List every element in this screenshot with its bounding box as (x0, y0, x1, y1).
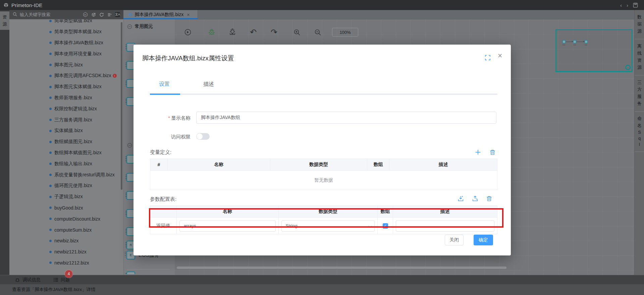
dialog-close-icon[interactable]: × (498, 52, 502, 60)
file-name: newbiz1212.bizx (54, 260, 89, 266)
file-item[interactable]: 循环图元使用.bizx (9, 180, 123, 191)
confirm-button[interactable]: 确定 (474, 235, 493, 245)
file-item[interactable]: newbiz1212.bizx (9, 257, 123, 269)
search-input[interactable]: 输入关键字搜索 (20, 12, 83, 18)
variables-table: #名称数据类型数组描述 暂无数据 (150, 159, 497, 190)
debug-info-tab[interactable]: 调试信息 (15, 277, 41, 283)
import-params-icon[interactable] (458, 195, 464, 202)
column-header: 数据类型 (279, 206, 378, 217)
file-item[interactable]: computeSum.bizx (9, 224, 123, 235)
run-icon[interactable] (174, 28, 201, 36)
rail-tab-resources[interactable]: 资源 (0, 11, 9, 30)
file-item[interactable]: 脚本图元.bizx (9, 59, 123, 70)
tab-close-icon[interactable]: × (187, 12, 190, 17)
file-name: 系统变量替换resturl调用.bizx (54, 172, 115, 178)
file-item[interactable]: newbiz.bizx (9, 235, 123, 246)
minimap-resize-handle[interactable] (625, 65, 631, 70)
new-component-icon[interactable] (91, 12, 96, 17)
fullscreen-expand-icon[interactable] (485, 55, 490, 62)
sort-list-icon[interactable] (107, 12, 112, 17)
display-name-input[interactable]: 脚本操作JAVA数组 (196, 112, 496, 124)
canvas-horizontal-scrollbar[interactable] (177, 267, 506, 269)
file-panel-scrollbar[interactable] (121, 22, 122, 190)
file-item[interactable]: 脚本图元调用AFCSDK.bizx! (9, 70, 123, 81)
right-rail-tab-1[interactable]: 数据源 (635, 10, 644, 39)
file-item[interactable]: 三方服务调用.bizx (9, 114, 123, 125)
minimap[interactable] (555, 29, 633, 72)
access-permission-label: 访问权限 (150, 134, 191, 140)
file-item[interactable]: 脚本图元实体赋值.bizx (9, 81, 123, 93)
right-rail-tab-4[interactable]: 命名Sql (635, 112, 644, 152)
file-item[interactable]: 实体赋值.bizx (9, 125, 123, 136)
param-description-input[interactable] (396, 220, 494, 232)
zoom-out-icon[interactable] (307, 29, 328, 36)
file-name: 简单类型赋值.bizx (54, 19, 92, 24)
collapse-minus-icon (127, 143, 132, 148)
translate-icon[interactable]: 文A (115, 12, 120, 17)
window-controls: ‹ › (620, 0, 638, 10)
chevron-down-icon (368, 224, 372, 227)
column-header: 名称 (177, 206, 279, 217)
file-name: 子逻辑流.bizx (54, 194, 83, 200)
problems-tab[interactable]: 问题 (53, 277, 70, 283)
file-item[interactable]: 教师新增服务.bizx (9, 93, 123, 104)
redo-icon[interactable]: ↷ (264, 29, 284, 36)
file-item[interactable]: 子逻辑流.bizx (9, 191, 123, 202)
file-item[interactable]: 数组输入输出.bizx (9, 158, 123, 169)
debug-info-label: 调试信息 (22, 277, 41, 283)
file-bullet-icon (49, 185, 52, 187)
history-back-icon[interactable]: ‹ (620, 3, 622, 8)
right-rail-tab-2[interactable]: 离线资源 (635, 39, 644, 75)
debug-deploy-icon[interactable] (222, 28, 243, 36)
file-item[interactable]: 简单类型脚本赋值.bizx (9, 26, 123, 38)
refresh-icon[interactable] (99, 12, 104, 17)
palette-chip-clipped[interactable] (126, 272, 135, 274)
file-item[interactable]: 数组赋值图元.bizx (9, 136, 123, 148)
zoom-in-icon[interactable] (286, 29, 307, 36)
resource-search-bar[interactable]: 输入关键字搜索 AI (9, 10, 123, 19)
access-permission-toggle[interactable] (196, 133, 210, 140)
primeton-ide-screen: Primeton-IDE ‹ › 资源 输入关键字搜索 AI (0, 0, 644, 295)
array-checkbox[interactable]: ✓ (383, 223, 388, 229)
ai-assistant-icon[interactable]: AI (83, 12, 88, 17)
tab-script-java-array[interactable]: ⚙ 脚本操作JAVA数组.bizx × (123, 10, 198, 19)
params-section-label: 参数配置表: (150, 196, 176, 202)
dialog-tab-settings[interactable]: 设置 (159, 81, 170, 88)
debug-run-icon[interactable] (201, 28, 222, 36)
history-forward-icon[interactable]: › (627, 3, 628, 8)
add-variable-icon[interactable] (475, 149, 481, 155)
dialog-tab-description[interactable]: 描述 (203, 81, 214, 88)
export-params-icon[interactable] (472, 195, 478, 202)
selected-datatype: String (286, 223, 298, 228)
zoom-level[interactable]: 100% (332, 28, 358, 37)
file-bullet-icon (49, 119, 52, 121)
palette-group-collapsed[interactable] (127, 143, 132, 148)
svg-text:AI: AI (84, 14, 86, 16)
file-item[interactable]: 简单类型赋值.bizx (9, 19, 123, 26)
file-item[interactable]: buyGood.bizx (9, 202, 123, 214)
save-icon[interactable] (633, 3, 638, 8)
title-bar: Primeton-IDE ‹ › (0, 0, 644, 10)
file-item[interactable]: 数组脚本赋值图元.bizx (9, 148, 123, 159)
file-bullet-icon (49, 75, 52, 77)
file-item[interactable]: 权限控制逻辑流.bizx (9, 103, 123, 114)
file-item[interactable]: computeDiscount.bizx (9, 213, 123, 224)
search-icon (13, 12, 17, 18)
file-item[interactable]: 脚本操作JAVA数组.bizx (9, 38, 123, 49)
undo-icon[interactable]: ↶ (243, 29, 264, 36)
collapse-minus-icon (127, 24, 132, 29)
palette-group-common[interactable]: 常用图元 (127, 23, 153, 30)
param-datatype-select[interactable]: String (281, 220, 375, 232)
app-logo-icon (3, 2, 9, 8)
palette-group-title: 常用图元 (135, 23, 153, 30)
file-item[interactable]: newbiz121.bizx (9, 246, 123, 257)
param-name-input[interactable]: arrays (179, 220, 276, 232)
file-item[interactable]: 系统变量替换resturl调用.bizx (9, 169, 123, 180)
delete-params-icon[interactable] (486, 195, 492, 202)
close-button[interactable]: 关闭 (445, 235, 464, 245)
param-type: 返回值 (150, 218, 177, 234)
file-item[interactable]: 脚本使用环境变量.bizx (9, 48, 123, 59)
delete-variable-icon[interactable] (490, 149, 495, 155)
right-rail-tab-3[interactable]: 三方服务 (635, 75, 644, 112)
minimap-node-label (573, 45, 576, 45)
